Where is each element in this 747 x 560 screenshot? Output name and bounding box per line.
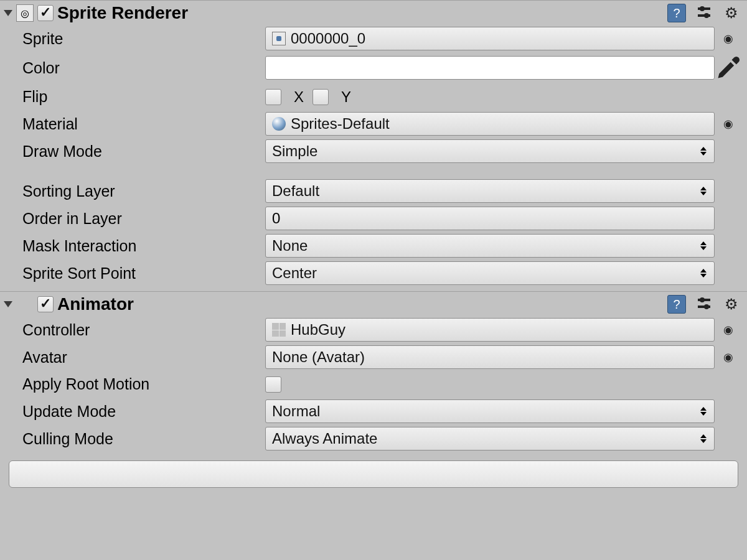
object-picker-icon[interactable] — [715, 350, 742, 364]
component-animator: Animator ? Controller HubGuy Avatar None… — [0, 291, 747, 457]
preset-icon[interactable] — [695, 295, 713, 314]
label-update-mode: Update Mode — [22, 400, 265, 423]
sprite-sort-point-dropdown[interactable]: Center — [265, 261, 715, 285]
dropdown-arrows-icon — [700, 434, 707, 443]
eyedropper-icon[interactable] — [715, 54, 742, 82]
update-mode-dropdown[interactable]: Normal — [265, 399, 715, 423]
settings-gear-icon[interactable] — [722, 4, 741, 22]
label-controller: Controller — [22, 319, 265, 342]
object-picker-icon[interactable] — [715, 323, 742, 337]
component-header: ◎ Sprite Renderer ? — [0, 1, 747, 26]
help-icon[interactable]: ? — [667, 4, 686, 22]
order-in-layer-input[interactable] — [265, 207, 715, 230]
controller-object-field[interactable]: HubGuy — [265, 318, 715, 342]
label-sprite: Sprite — [22, 27, 265, 50]
flip-y-checkbox[interactable] — [312, 89, 329, 105]
svg-point-2 — [700, 6, 705, 11]
label-sorting-layer: Sorting Layer — [22, 180, 265, 203]
draw-mode-dropdown[interactable]: Simple — [265, 139, 715, 163]
color-field[interactable] — [265, 56, 715, 80]
label-flip: Flip — [22, 85, 265, 108]
component-sprite-renderer: ◎ Sprite Renderer ? Sprite 0000000_0 Col… — [0, 0, 747, 291]
mask-interaction-value: None — [272, 237, 308, 254]
culling-mode-dropdown[interactable]: Always Animate — [265, 427, 715, 450]
foldout-toggle[interactable] — [4, 301, 12, 307]
sorting-layer-dropdown[interactable]: Default — [265, 179, 715, 203]
flip-group: X Y — [265, 88, 715, 106]
update-mode-value: Normal — [272, 403, 320, 420]
label-apply-root-motion: Apply Root Motion — [22, 373, 265, 396]
component-header: Animator ? — [0, 292, 747, 317]
dropdown-arrows-icon — [700, 407, 707, 416]
material-object-field[interactable]: Sprites-Default — [265, 112, 715, 136]
flip-y-label: Y — [341, 88, 351, 106]
label-mask-interaction: Mask Interaction — [22, 235, 265, 258]
component-title: Sprite Renderer — [57, 3, 667, 23]
avatar-object-value: None (Avatar) — [272, 348, 365, 366]
svg-point-6 — [700, 297, 705, 302]
svg-point-7 — [704, 304, 709, 309]
sprite-thumbnail-icon — [272, 32, 286, 45]
label-culling-mode: Culling Mode — [22, 427, 265, 450]
dropdown-arrows-icon — [700, 241, 707, 250]
foldout-toggle[interactable] — [4, 10, 12, 16]
flip-x-checkbox[interactable] — [265, 89, 281, 105]
svg-point-3 — [704, 13, 709, 18]
help-icon[interactable]: ? — [667, 295, 686, 314]
draw-mode-value: Simple — [272, 142, 317, 160]
label-color: Color — [22, 57, 265, 80]
controller-object-value: HubGuy — [291, 321, 345, 338]
apply-root-motion-checkbox[interactable] — [265, 376, 281, 393]
label-draw-mode: Draw Mode — [22, 140, 265, 163]
animator-icon — [16, 296, 34, 313]
object-picker-icon[interactable] — [715, 32, 742, 45]
label-order-in-layer: Order in Layer — [22, 207, 265, 230]
component-enable-checkbox[interactable] — [37, 5, 54, 21]
label-sprite-sort-point: Sprite Sort Point — [22, 262, 265, 285]
preset-icon[interactable] — [695, 4, 713, 22]
sprite-renderer-icon: ◎ — [16, 4, 34, 22]
component-enable-checkbox[interactable] — [37, 296, 54, 312]
controller-thumbnail-icon — [272, 323, 286, 337]
info-box — [9, 460, 738, 488]
dropdown-arrows-icon — [700, 269, 707, 278]
sprite-object-field[interactable]: 0000000_0 — [265, 27, 715, 50]
dropdown-arrows-icon — [700, 187, 707, 195]
apply-root-motion-wrapper — [265, 376, 715, 393]
object-picker-icon[interactable] — [715, 117, 742, 131]
sprite-object-value: 0000000_0 — [291, 30, 365, 47]
settings-gear-icon[interactable] — [722, 295, 741, 314]
mask-interaction-dropdown[interactable]: None — [265, 234, 715, 258]
label-avatar: Avatar — [22, 346, 265, 369]
flip-x-label: X — [294, 88, 304, 106]
culling-mode-value: Always Animate — [272, 430, 377, 447]
order-in-layer-value[interactable] — [272, 210, 708, 227]
material-thumbnail-icon — [272, 117, 286, 131]
sorting-layer-value: Default — [272, 182, 319, 200]
material-object-value: Sprites-Default — [291, 115, 390, 133]
label-material: Material — [22, 113, 265, 136]
avatar-object-field[interactable]: None (Avatar) — [265, 345, 715, 369]
dropdown-arrows-icon — [700, 147, 707, 156]
sprite-sort-point-value: Center — [272, 264, 317, 282]
component-title: Animator — [57, 294, 667, 314]
